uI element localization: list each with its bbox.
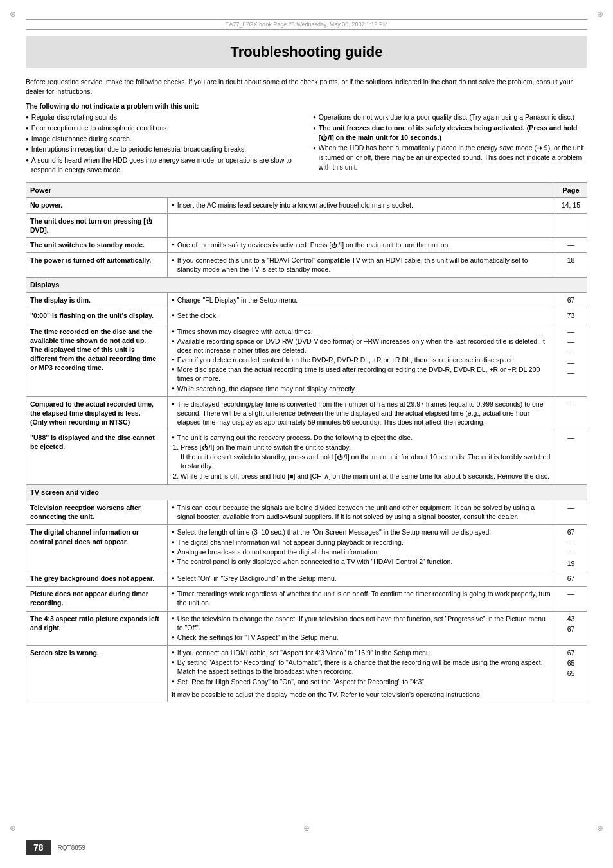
solution-cell: Select "On" in "Grey Background" in the … — [168, 571, 555, 587]
table-row: "0:00" is flashing on the unit's display… — [26, 308, 587, 324]
list-item: Available recording space on DVD-RW (DVD… — [172, 337, 551, 355]
list-item: A sound is heard when the HDD goes into … — [26, 155, 300, 174]
section-header-tv: TV screen and video — [26, 485, 587, 500]
list-item: Even if you delete recorded content from… — [172, 355, 551, 364]
problem-cell: Screen size is wrong. — [26, 646, 168, 702]
solution-cell: This can occur because the signals are b… — [168, 500, 555, 524]
list-item: Change "FL Display" in the Setup menu. — [172, 296, 551, 305]
page-cell: — — [555, 500, 587, 524]
table-row: The unit does not turn on pressing [⏻ DV… — [26, 213, 587, 237]
problem-cell: The digital channel information or contr… — [26, 525, 168, 571]
header-bar: EA77_87GX.book Page 78 Wednesday, May 30… — [26, 19, 587, 30]
solution-cell: If you connected this unit to a "HDAVI C… — [168, 253, 555, 278]
list-item: When the HDD has been automatically plac… — [313, 143, 587, 172]
list-item: Image disturbance during search. — [26, 134, 300, 144]
problem-cell: "U88" is displayed and the disc cannot b… — [26, 430, 168, 485]
table-row: The 4:3 aspect ratio picture expands lef… — [26, 611, 587, 646]
list-item: By setting "Aspect for Recording" to "Au… — [172, 658, 551, 676]
list-item: Set "Rec for High Speed Copy" to "On", a… — [172, 677, 551, 686]
table-row: "U88" is displayed and the disc cannot b… — [26, 430, 587, 485]
page-cell: 67 — [555, 571, 587, 587]
corner-mark-tl: ⊕ — [10, 10, 16, 19]
solution-cell: Set the clock. — [168, 308, 555, 324]
table-row: Screen size is wrong. If you connect an … — [26, 646, 587, 702]
corner-mark-bl: ⊕ — [10, 824, 16, 833]
header-bar-text: EA77_87GX.book Page 78 Wednesday, May 30… — [226, 21, 388, 28]
list-item: The digital channel information will not… — [172, 538, 551, 547]
list-item: Interruptions in reception due to period… — [26, 145, 300, 154]
page-title: Troubleshooting guide — [26, 36, 587, 68]
solution-cell: Times shown may disagree with actual tim… — [168, 324, 555, 396]
list-item: The unit freezes due to one of its safet… — [313, 123, 587, 142]
solution-cell: Insert the AC mains lead securely into a… — [168, 198, 555, 213]
page-cell: — — [555, 396, 587, 430]
list-item: One of the unit's safety devices is acti… — [172, 240, 551, 249]
page-cell — [555, 213, 587, 237]
problem-cell: The unit does not turn on pressing [⏻ DV… — [26, 213, 168, 237]
list-item: Set the clock. — [172, 311, 551, 320]
solution-cell: The unit is carrying out the recovery pr… — [168, 430, 555, 485]
page-cell: 14, 15 — [555, 198, 587, 213]
intro-text: Before requesting service, make the foll… — [26, 77, 587, 96]
list-item: If you connect an HDMI cable, set "Aspec… — [172, 648, 551, 657]
page-cell: — — [555, 237, 587, 252]
not-problem-title: The following do not indicate a problem … — [26, 102, 587, 110]
corner-mark-br: ⊕ — [597, 824, 603, 833]
page: ⊕ ⊕ EA77_87GX.book Page 78 Wednesday, Ma… — [0, 0, 613, 868]
list-item: Check the settings for "TV Aspect" in th… — [172, 633, 551, 642]
table-row: Television reception worsens after conne… — [26, 500, 587, 524]
list-item: The displayed recording/play time is con… — [172, 400, 551, 427]
corner-mark-bm: ⊕ — [303, 824, 310, 833]
model-number: RQT8859 — [58, 844, 85, 851]
list-item: Operations do not work due to a poor-qua… — [313, 112, 587, 122]
solution-cell: Use the television to change the aspect.… — [168, 611, 555, 646]
page-cell: 73 — [555, 308, 587, 324]
solution-cell: Change "FL Display" in the Setup menu. — [168, 293, 555, 308]
table-row: The grey background does not appear. Sel… — [26, 571, 587, 587]
solution-cell: The displayed recording/play time is con… — [168, 396, 555, 430]
table-row: The unit switches to standby mode. One o… — [26, 237, 587, 252]
page-cell: 67 — [555, 293, 587, 308]
list-item: Analogue broadcasts do not support the d… — [172, 547, 551, 556]
solution-cell: One of the unit's safety devices is acti… — [168, 237, 555, 252]
list-item: Regular disc rotating sounds. — [26, 112, 300, 122]
not-problem-col2: Operations do not work due to a poor-qua… — [313, 112, 587, 175]
list-item: Select "On" in "Grey Background" in the … — [172, 574, 551, 583]
list-item: This can occur because the signals are b… — [172, 503, 551, 521]
list-item: Times shown may disagree with actual tim… — [172, 327, 551, 336]
section-header-power: Power — [26, 182, 555, 198]
solution-post-text: It may be possible to adjust the display… — [172, 690, 551, 699]
not-problem-grid: Regular disc rotating sounds. Poor recep… — [26, 112, 587, 175]
list-item: Poor reception due to atmospheric condit… — [26, 123, 300, 133]
footer: 78 RQT8859 — [26, 840, 587, 855]
list-item: The unit is carrying out the recovery pr… — [172, 433, 551, 442]
solution-cell: Timer recordings work regardless of whet… — [168, 587, 555, 611]
problem-cell: The display is dim. — [26, 293, 168, 308]
solution-cell — [168, 213, 555, 237]
section-header-page: Page — [555, 182, 587, 198]
problem-cell: Television reception worsens after conne… — [26, 500, 168, 524]
page-cell: — — — — — — [555, 324, 587, 396]
page-cell: 18 — [555, 253, 587, 278]
not-problem-col1: Regular disc rotating sounds. Poor recep… — [26, 112, 300, 175]
table-row: The digital channel information or contr… — [26, 525, 587, 571]
solution-cell: Select the length of time (3–10 sec.) th… — [168, 525, 555, 571]
problem-cell: The unit switches to standby mode. — [26, 237, 168, 252]
section-header-displays: Displays — [26, 278, 587, 293]
problem-cell: The power is turned off automatically. — [26, 253, 168, 278]
list-item: Select the length of time (3–10 sec.) th… — [172, 527, 551, 536]
trouble-table: Power Page No power. Insert the AC mains… — [26, 182, 587, 702]
problem-cell: The 4:3 aspect ratio picture expands lef… — [26, 611, 168, 646]
page-cell: — — [555, 430, 587, 485]
page-cell: 67 — — 19 — [555, 525, 587, 571]
list-item: Use the television to change the aspect.… — [172, 614, 551, 632]
corner-mark-tr: ⊕ — [597, 10, 603, 19]
page-cell: 67 65 65 — [555, 646, 587, 702]
table-row: No power. Insert the AC mains lead secur… — [26, 198, 587, 213]
list-item: Timer recordings work regardless of whet… — [172, 589, 551, 607]
list-item: The control panel is only displayed when… — [172, 557, 551, 566]
problem-cell: "0:00" is flashing on the unit's display… — [26, 308, 168, 324]
table-row: Picture does not appear during timer rec… — [26, 587, 587, 611]
problem-cell: The grey background does not appear. — [26, 571, 168, 587]
not-problem-section: The following do not indicate a problem … — [26, 102, 587, 175]
